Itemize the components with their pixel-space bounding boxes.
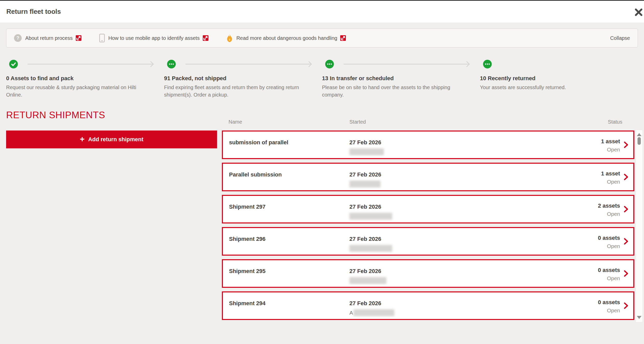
ellipsis-circle-icon xyxy=(325,60,334,68)
shipment-status: 0 assets Open xyxy=(598,267,620,281)
step-title: 10 Recently returned xyxy=(480,75,638,82)
asset-count: 2 assets xyxy=(598,203,620,209)
shipment-row[interactable]: Shipment 294 27 Feb 2026 A 0 assets Open xyxy=(222,291,634,320)
step-description: Please be on site to hand over the asset… xyxy=(322,84,451,99)
shipment-name: Shipment 294 xyxy=(229,300,266,307)
shipment-status: 2 assets Open xyxy=(598,203,620,217)
step-title: 91 Packed, not shipped xyxy=(164,75,322,82)
step-connector-arrow xyxy=(28,64,152,64)
asset-count: 1 asset xyxy=(601,138,620,145)
asset-count: 1 asset xyxy=(601,170,620,177)
shipment-started: 27 Feb 2026 xyxy=(349,171,381,187)
chevron-right-icon[interactable] xyxy=(624,173,629,181)
status-label: Open xyxy=(598,307,620,314)
mobile-phone-icon xyxy=(99,34,105,42)
check-circle-icon xyxy=(9,60,18,68)
ellipsis-circle-icon xyxy=(167,60,176,68)
svg-text:?: ? xyxy=(16,35,19,41)
step-connector-arrow xyxy=(344,64,468,64)
collapse-button[interactable]: Collapse xyxy=(610,35,630,41)
shipment-started: 27 Feb 2026 xyxy=(349,236,392,252)
chevron-right-icon[interactable] xyxy=(624,302,629,309)
shipment-name: Shipment 296 xyxy=(229,236,266,242)
shipment-status: 0 assets Open xyxy=(598,299,620,314)
shipment-started: 27 Feb 2026 xyxy=(349,268,386,284)
return-shipments-title: RETURN SHIPMENTS xyxy=(6,110,105,121)
shipment-status: 0 assets Open xyxy=(598,235,620,249)
shipment-row[interactable]: submission of parallel 27 Feb 2026 1 ass… xyxy=(222,131,634,159)
shipment-started: 27 Feb 2026 xyxy=(349,204,392,220)
step-assets-to-find: 0 Assets to find and pack Request our re… xyxy=(6,60,164,99)
chevron-right-icon[interactable] xyxy=(624,141,629,148)
asset-count: 0 assets xyxy=(598,267,620,274)
step-description: Request our reusable & sturdy packaging … xyxy=(6,84,149,99)
redacted-text xyxy=(349,148,384,155)
shipment-status: 1 asset Open xyxy=(601,170,620,185)
shipment-row[interactable]: Shipment 296 27 Feb 2026 0 assets Open xyxy=(222,227,634,256)
chevron-right-icon[interactable] xyxy=(624,270,629,277)
status-label: Open xyxy=(598,211,620,217)
scroll-up-icon[interactable] xyxy=(637,133,641,136)
info-link-about-return-process[interactable]: ? About return process xyxy=(14,34,81,42)
column-header-name: Name xyxy=(229,119,242,125)
add-return-shipment-button[interactable]: + Add return shipment xyxy=(6,131,217,148)
status-label: Open xyxy=(598,275,620,281)
scrollbar-thumb[interactable] xyxy=(638,137,641,145)
shipment-started: 27 Feb 2026 xyxy=(349,139,384,155)
info-link-label: About return process xyxy=(25,35,73,41)
step-title: 13 In transfer or scheduled xyxy=(322,75,480,82)
asset-count: 0 assets xyxy=(598,235,620,241)
redacted-text xyxy=(349,213,392,220)
asset-count: 0 assets xyxy=(598,299,620,306)
shipments-list: submission of parallel 27 Feb 2026 1 ass… xyxy=(222,131,634,324)
external-link-icon xyxy=(340,35,346,41)
chevron-right-icon[interactable] xyxy=(624,238,629,245)
shipment-name: Parallel submission xyxy=(229,171,282,178)
step-recently-returned: 10 Recently returned Your assets are suc… xyxy=(480,60,638,99)
step-description: Your assets are successfully returned. xyxy=(480,84,638,91)
question-circle-icon: ? xyxy=(14,34,22,42)
status-label: Open xyxy=(601,147,620,153)
redacted-text-prefix: A xyxy=(349,310,353,316)
step-description: Find expiring fleet assets and return th… xyxy=(164,84,308,99)
info-link-mobile-app[interactable]: How to use mobile app to identify assets xyxy=(99,34,208,42)
plus-icon: + xyxy=(80,135,85,143)
step-in-transfer: 13 In transfer or scheduled Please be on… xyxy=(322,60,480,99)
shipment-name: Shipment 297 xyxy=(229,204,266,210)
external-link-icon xyxy=(203,35,208,41)
shipment-started: 27 Feb 2026 A xyxy=(349,300,394,316)
ellipsis-circle-icon xyxy=(483,60,492,68)
step-connector-arrow xyxy=(185,64,310,64)
redacted-text xyxy=(349,245,392,252)
info-bar: ? About return process How to use mobile… xyxy=(6,29,638,48)
close-icon[interactable] xyxy=(634,8,643,17)
status-label: Open xyxy=(601,179,620,185)
scroll-down-icon[interactable] xyxy=(637,316,641,319)
shipment-name: Shipment 295 xyxy=(229,268,266,275)
dialog-title: Return fleet tools xyxy=(6,8,61,16)
flame-icon xyxy=(226,34,233,42)
redacted-text xyxy=(349,277,386,284)
return-fleet-tools-dialog: Return fleet tools ? About return proces… xyxy=(0,0,644,344)
column-header-started: Started xyxy=(349,119,366,125)
status-label: Open xyxy=(598,243,620,249)
external-link-icon xyxy=(76,35,81,41)
shipment-row[interactable]: Shipment 295 27 Feb 2026 0 assets Open xyxy=(222,259,634,288)
redacted-text xyxy=(353,309,394,316)
shipment-name: submission of parallel xyxy=(229,139,288,146)
step-title: 0 Assets to find and pack xyxy=(6,75,164,82)
info-link-label: Read more about dangerous goods handling xyxy=(236,35,337,41)
add-return-shipment-label: Add return shipment xyxy=(88,136,143,143)
redacted-text xyxy=(349,181,381,187)
column-header-status: Status xyxy=(608,119,622,125)
shipment-row[interactable]: Parallel submission 27 Feb 2026 1 asset … xyxy=(222,163,634,191)
shipment-row[interactable]: Shipment 297 27 Feb 2026 2 assets Open xyxy=(222,195,634,223)
shipment-status: 1 asset Open xyxy=(601,138,620,153)
vertical-scrollbar[interactable] xyxy=(636,130,643,322)
step-packed-not-shipped: 91 Packed, not shipped Find expiring fle… xyxy=(164,60,322,99)
return-process-steps: 0 Assets to find and pack Request our re… xyxy=(6,60,638,99)
info-link-dangerous-goods[interactable]: Read more about dangerous goods handling xyxy=(226,34,346,42)
info-link-label: How to use mobile app to identify assets xyxy=(108,35,200,41)
dialog-header: Return fleet tools xyxy=(0,1,644,22)
chevron-right-icon[interactable] xyxy=(624,206,629,213)
